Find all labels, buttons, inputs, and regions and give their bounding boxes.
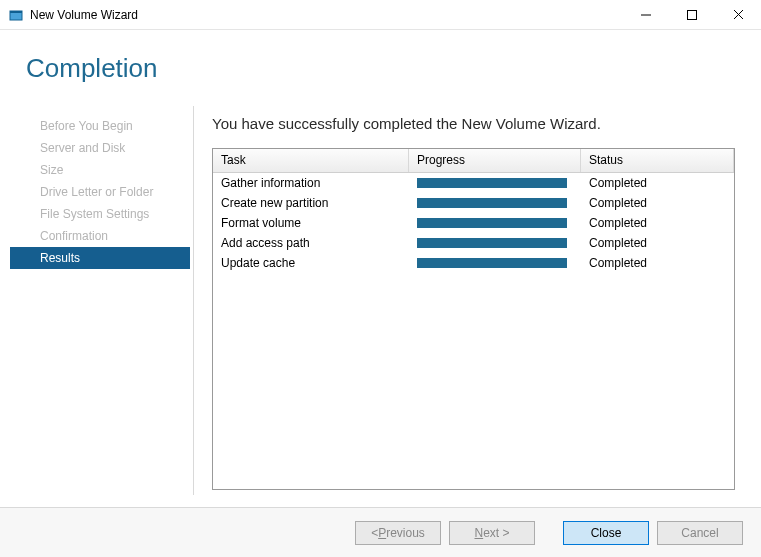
table-row[interactable]: Add access path Completed	[213, 233, 734, 253]
btn-text: revious	[386, 526, 425, 540]
completion-message: You have successfully completed the New …	[212, 115, 735, 132]
minimize-button[interactable]	[623, 0, 669, 30]
nav-label: Results	[40, 251, 80, 265]
task-cell: Format volume	[213, 216, 409, 230]
progress-bar	[417, 258, 567, 268]
progress-bar	[417, 198, 567, 208]
table-header: Task Progress Status	[213, 149, 734, 173]
page-title: Completion	[26, 53, 158, 84]
progress-bar	[417, 238, 567, 248]
status-cell: Completed	[581, 236, 734, 250]
nav-server-and-disk: Server and Disk	[0, 137, 190, 159]
footer: < Previous Next > Close Cancel	[0, 507, 761, 557]
nav-before-you-begin: Before You Begin	[0, 115, 190, 137]
main-panel: You have successfully completed the New …	[190, 30, 761, 507]
window-controls	[623, 0, 761, 30]
nav-label: Drive Letter or Folder	[40, 185, 153, 199]
task-cell: Add access path	[213, 236, 409, 250]
content: Before You Begin Server and Disk Size Dr…	[0, 30, 761, 507]
svg-rect-3	[688, 10, 697, 19]
progress-cell	[409, 258, 581, 268]
maximize-button[interactable]	[669, 0, 715, 30]
nav-sidebar: Before You Begin Server and Disk Size Dr…	[0, 30, 190, 507]
svg-line-5	[734, 10, 743, 19]
progress-cell	[409, 218, 581, 228]
column-progress[interactable]: Progress	[409, 149, 581, 172]
column-task[interactable]: Task	[213, 149, 409, 172]
progress-bar	[417, 178, 567, 188]
svg-rect-1	[10, 11, 22, 13]
mnemonic: N	[474, 526, 483, 540]
progress-cell	[409, 238, 581, 248]
table-body: Gather information Completed Create new …	[213, 173, 734, 273]
status-cell: Completed	[581, 196, 734, 210]
column-status[interactable]: Status	[581, 149, 734, 172]
nav-label: Before You Begin	[40, 119, 133, 133]
divider	[193, 106, 194, 495]
titlebar: New Volume Wizard	[0, 0, 761, 30]
nav-drive-letter: Drive Letter or Folder	[0, 181, 190, 203]
table-row[interactable]: Gather information Completed	[213, 173, 734, 193]
close-button[interactable]	[715, 0, 761, 30]
nav-confirmation: Confirmation	[0, 225, 190, 247]
previous-button: < Previous	[355, 521, 441, 545]
close-dialog-button[interactable]: Close	[563, 521, 649, 545]
table-row[interactable]: Format volume Completed	[213, 213, 734, 233]
svg-line-4	[734, 10, 743, 19]
btn-text: ext >	[483, 526, 509, 540]
nav-results[interactable]: Results	[10, 247, 190, 269]
task-cell: Gather information	[213, 176, 409, 190]
status-cell: Completed	[581, 256, 734, 270]
progress-cell	[409, 198, 581, 208]
cancel-button: Cancel	[657, 521, 743, 545]
progress-bar	[417, 218, 567, 228]
table-row[interactable]: Create new partition Completed	[213, 193, 734, 213]
app-icon	[8, 7, 24, 23]
status-cell: Completed	[581, 176, 734, 190]
nav-file-system: File System Settings	[0, 203, 190, 225]
nav-label: Server and Disk	[40, 141, 125, 155]
nav-label: File System Settings	[40, 207, 149, 221]
nav-size: Size	[0, 159, 190, 181]
table-row[interactable]: Update cache Completed	[213, 253, 734, 273]
next-button: Next >	[449, 521, 535, 545]
task-cell: Create new partition	[213, 196, 409, 210]
task-cell: Update cache	[213, 256, 409, 270]
results-table: Task Progress Status Gather information …	[212, 148, 735, 490]
nav-label: Size	[40, 163, 63, 177]
window-title: New Volume Wizard	[30, 8, 623, 22]
mnemonic: P	[378, 526, 386, 540]
progress-cell	[409, 178, 581, 188]
status-cell: Completed	[581, 216, 734, 230]
nav-label: Confirmation	[40, 229, 108, 243]
